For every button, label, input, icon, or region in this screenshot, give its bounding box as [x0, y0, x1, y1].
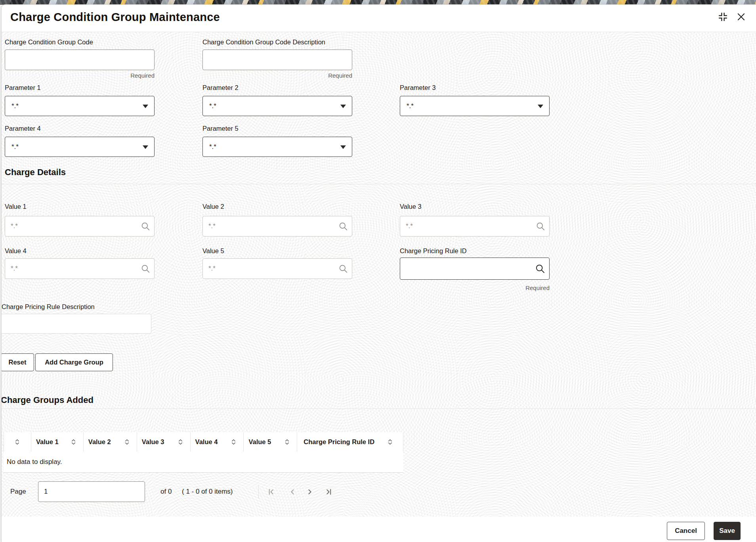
page-label: Page: [10, 481, 26, 502]
column-label: Value 3: [142, 438, 164, 446]
search-icon[interactable]: [535, 263, 546, 274]
dialog-content: Charge Condition Group Code Required Cha…: [2, 32, 756, 517]
parameter3-label: Parameter 3: [400, 84, 436, 92]
search-icon[interactable]: [535, 221, 546, 231]
charge-pricing-rule-id-required-hint: Required: [400, 284, 550, 291]
value2-input[interactable]: [202, 216, 352, 237]
cancel-button[interactable]: Cancel: [667, 522, 705, 540]
group-code-description-input[interactable]: [202, 50, 352, 70]
section-divider: [2, 184, 756, 184]
charge-condition-group-maintenance-dialog: Charge Condition Group Maintenance Charg…: [1, 4, 756, 542]
column-header-select[interactable]: [4, 432, 31, 452]
value5-label: Value 5: [202, 247, 224, 255]
sort-arrows-icon: [71, 439, 76, 445]
parameter2-value: *.*: [209, 102, 216, 110]
next-page-icon: [306, 488, 313, 496]
value1-input[interactable]: [5, 216, 155, 237]
charge-pricing-rule-description-input: [2, 314, 151, 334]
parameter3-select[interactable]: *.*: [400, 96, 550, 116]
collapse-window-button[interactable]: [715, 9, 730, 24]
charge-pricing-rule-id-input[interactable]: [400, 258, 550, 280]
next-page-button[interactable]: [304, 486, 315, 497]
value4-input[interactable]: [5, 258, 155, 279]
search-icon[interactable]: [338, 263, 348, 274]
value2-label: Value 2: [202, 203, 224, 210]
search-icon[interactable]: [140, 263, 151, 274]
chevron-down-icon: [538, 105, 543, 108]
chevron-down-icon: [143, 145, 148, 149]
charge-pricing-rule-id-lookup-field: [400, 258, 550, 280]
column-header-value4[interactable]: Value 4: [191, 432, 244, 452]
group-code-required-hint: Required: [5, 72, 155, 79]
value4-label: Value 4: [5, 247, 27, 255]
charge-groups-table-header: Value 1 Value 2 Value 3 Value 4: [4, 432, 403, 452]
value1-label: Value 1: [5, 203, 27, 210]
sort-arrows-icon: [124, 439, 130, 445]
value5-lookup-field: [202, 258, 352, 279]
column-label: Charge Pricing Rule ID: [304, 438, 374, 446]
save-button[interactable]: Save: [714, 522, 741, 540]
page-of-text: of 0: [160, 481, 172, 502]
dialog-header: Charge Condition Group Maintenance: [2, 5, 756, 32]
charge-groups-added-heading: Charge Groups Added: [2, 395, 94, 405]
page-background: Charge Condition Group Maintenance Charg…: [0, 0, 756, 542]
last-page-icon: [325, 488, 332, 496]
sort-arrows-icon: [178, 439, 183, 445]
value3-lookup-field: [400, 216, 550, 237]
parameter4-select[interactable]: *.*: [5, 137, 155, 157]
section-divider: [2, 408, 756, 409]
parameter4-label: Parameter 4: [5, 125, 41, 132]
charge-groups-table: Value 1 Value 2 Value 3 Value 4: [4, 432, 403, 473]
dialog-footer: Cancel Save: [2, 517, 756, 542]
charge-details-heading: Charge Details: [5, 167, 66, 177]
search-icon[interactable]: [338, 221, 348, 231]
column-header-value1[interactable]: Value 1: [31, 432, 84, 452]
value4-lookup-field: [5, 258, 155, 279]
parameter2-select[interactable]: *.*: [202, 96, 352, 116]
chevron-down-icon: [340, 145, 346, 149]
add-charge-group-button[interactable]: Add Charge Group: [35, 353, 113, 371]
column-header-value2[interactable]: Value 2: [84, 432, 137, 452]
sort-arrows-icon: [15, 439, 20, 445]
group-code-description-required-hint: Required: [202, 72, 352, 79]
value3-label: Value 3: [400, 203, 422, 210]
reset-button[interactable]: Reset: [2, 353, 34, 371]
page-number-input[interactable]: [38, 481, 145, 502]
column-label: Value 4: [195, 438, 218, 446]
parameter2-label: Parameter 2: [202, 84, 239, 92]
first-page-button[interactable]: [265, 486, 277, 497]
parameter1-label: Parameter 1: [5, 84, 41, 92]
last-page-button[interactable]: [323, 486, 334, 497]
sort-arrows-icon: [388, 439, 393, 445]
group-code-label: Charge Condition Group Code: [5, 38, 93, 46]
collapse-icon: [718, 11, 728, 22]
group-code-description-label: Charge Condition Group Code Description: [202, 38, 325, 46]
column-header-value5[interactable]: Value 5: [244, 432, 297, 452]
column-label: Value 2: [88, 438, 111, 446]
chevron-down-icon: [340, 105, 346, 108]
parameter1-select[interactable]: *.*: [5, 96, 155, 116]
parameter5-select[interactable]: *.*: [202, 137, 352, 157]
pagination-separator: [258, 485, 259, 499]
column-label: Value 5: [248, 438, 271, 446]
previous-page-icon: [289, 488, 296, 496]
search-icon[interactable]: [140, 221, 151, 231]
column-header-charge-pricing-rule-id[interactable]: Charge Pricing Rule ID: [297, 432, 403, 452]
value2-lookup-field: [202, 216, 352, 237]
parameter5-value: *.*: [209, 143, 216, 151]
sort-arrows-icon: [284, 439, 290, 445]
parameter1-value: *.*: [11, 102, 19, 110]
charge-pricing-rule-description-label: Charge Pricing Rule Description: [2, 303, 95, 311]
value3-input[interactable]: [400, 216, 550, 237]
sort-arrows-icon: [231, 439, 236, 445]
parameter3-value: *.*: [407, 102, 414, 110]
close-button[interactable]: [734, 10, 748, 23]
previous-page-button[interactable]: [287, 486, 298, 497]
dialog-title: Charge Condition Group Maintenance: [10, 11, 220, 24]
value5-input[interactable]: [202, 258, 352, 279]
column-header-value3[interactable]: Value 3: [137, 432, 191, 452]
parameter4-value: *.*: [11, 143, 19, 151]
value1-lookup-field: [5, 216, 155, 237]
group-code-input[interactable]: [5, 50, 155, 70]
chevron-down-icon: [143, 105, 148, 108]
